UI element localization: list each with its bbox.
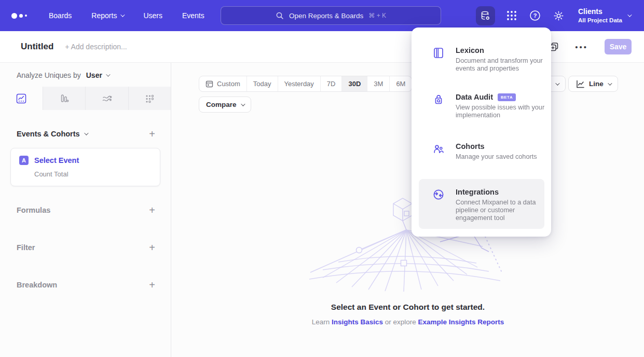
example-reports-link[interactable]: Example Insights Reports bbox=[418, 318, 504, 326]
menu-item-title: Data Audit bbox=[456, 93, 493, 101]
menu-item-cohorts[interactable]: Cohorts Manage your saved cohorts bbox=[419, 137, 544, 166]
global-search-input[interactable]: Open Reports & Boards ⌘ + K bbox=[221, 6, 441, 25]
add-breakdown-button[interactable]: + bbox=[149, 280, 155, 290]
date-range-today[interactable]: Today bbox=[247, 76, 278, 91]
database-gear-icon bbox=[480, 10, 491, 21]
book-icon bbox=[432, 47, 445, 59]
apps-grid-button[interactable] bbox=[505, 9, 518, 22]
event-card[interactable]: A Select Event Count Total bbox=[10, 148, 160, 186]
date-range-6m[interactable]: 6M bbox=[390, 76, 412, 91]
count-total-label[interactable]: Count Total bbox=[34, 170, 152, 178]
svg-text:?: ? bbox=[533, 12, 537, 19]
report-title[interactable]: Untitled bbox=[21, 42, 53, 52]
range-label: Custom bbox=[217, 80, 240, 88]
bar-chart-icon bbox=[58, 93, 70, 104]
formulas-label: Formulas bbox=[17, 206, 50, 214]
titlebar-actions: ••• Save bbox=[549, 39, 644, 54]
learn-prefix: Learn bbox=[312, 318, 332, 326]
date-range-yesterday[interactable]: Yesterday bbox=[278, 76, 321, 91]
event-badge: A bbox=[19, 156, 29, 165]
range-label: 7D bbox=[327, 80, 336, 88]
data-audit-icon bbox=[432, 93, 445, 106]
line-chart-icon bbox=[16, 93, 27, 104]
range-label: Today bbox=[253, 80, 271, 88]
range-label: 3M bbox=[374, 80, 383, 88]
chart-type-label: Line bbox=[589, 80, 604, 88]
report-description-input[interactable]: + Add description... bbox=[65, 43, 127, 51]
insights-basics-link[interactable]: Insights Basics bbox=[332, 318, 383, 326]
help-icon: ? bbox=[529, 9, 541, 22]
integrations-icon bbox=[432, 188, 445, 201]
viz-tab-bar[interactable] bbox=[43, 87, 86, 110]
nav-item-boards[interactable]: Boards bbox=[49, 11, 72, 20]
menu-item-integrations[interactable]: Integrations Connect Mixpanel to a data … bbox=[419, 179, 544, 229]
cohorts-icon bbox=[432, 143, 445, 155]
breakdown-label: Breakdown bbox=[17, 281, 57, 289]
date-range-control: Custom Today Yesterday 7D 30D 3M 6M bbox=[199, 76, 412, 92]
chevron-down-icon bbox=[241, 102, 245, 106]
scatter-icon bbox=[144, 93, 155, 104]
save-button[interactable]: Save bbox=[605, 39, 632, 54]
events-cohorts-header: Events & Cohorts + bbox=[17, 129, 155, 139]
mixpanel-logo-icon[interactable] bbox=[11, 13, 27, 19]
chevron-down-icon bbox=[121, 12, 125, 17]
add-formula-button[interactable]: + bbox=[149, 205, 155, 215]
visualization-tabs bbox=[0, 87, 171, 110]
help-button[interactable]: ? bbox=[528, 9, 542, 22]
more-options-button[interactable]: ••• bbox=[575, 43, 588, 51]
search-icon bbox=[276, 11, 284, 20]
analyze-value: User bbox=[86, 71, 102, 79]
settings-button[interactable] bbox=[552, 9, 565, 22]
select-event-label[interactable]: Select Event bbox=[34, 156, 79, 164]
chart-type-button[interactable]: Line bbox=[568, 76, 618, 92]
date-range-30d[interactable]: 30D bbox=[342, 76, 367, 91]
filter-section: Filter + bbox=[17, 242, 155, 253]
add-filter-button[interactable]: + bbox=[149, 242, 155, 253]
navbar-right: ? Clients All Project Data bbox=[476, 0, 644, 31]
breakdown-section: Breakdown + bbox=[17, 280, 155, 290]
menu-item-lexicon[interactable]: Lexicon Document and transform your even… bbox=[419, 41, 544, 78]
compare-label: Compare bbox=[206, 101, 237, 108]
viz-tab-flow[interactable] bbox=[86, 87, 129, 110]
project-selector[interactable]: Clients All Project Data bbox=[578, 7, 631, 24]
nav-label: Users bbox=[143, 11, 162, 20]
menu-item-title: Integrations bbox=[456, 188, 499, 196]
mixpanel-app: Boards Reports Users Events Open Reports… bbox=[0, 0, 644, 357]
menu-item-description: Manage your saved cohorts bbox=[456, 153, 547, 161]
report-canvas: Custom Today Yesterday 7D 30D 3M 6M Comp… bbox=[172, 63, 644, 357]
nav-item-events[interactable]: Events bbox=[182, 11, 204, 20]
nav-item-users[interactable]: Users bbox=[143, 11, 162, 20]
date-range-custom[interactable]: Custom bbox=[199, 76, 247, 91]
compare-button[interactable]: Compare bbox=[199, 97, 251, 113]
chevron-down-icon bbox=[627, 12, 632, 17]
nav-label: Boards bbox=[49, 11, 72, 20]
analyze-prefix: Analyze Uniques by bbox=[17, 71, 81, 79]
range-label: 6M bbox=[396, 80, 405, 88]
add-event-button[interactable]: + bbox=[149, 129, 155, 139]
data-management-dropdown: Lexicon Document and transform your even… bbox=[412, 28, 551, 237]
date-range-3m[interactable]: 3M bbox=[367, 76, 390, 91]
events-cohorts-toggle[interactable]: Events & Cohorts bbox=[17, 130, 87, 138]
viz-tab-insights[interactable] bbox=[0, 87, 43, 110]
data-management-button[interactable] bbox=[476, 6, 495, 25]
chevron-down-icon bbox=[106, 72, 110, 76]
menu-item-description: Document and transform your events and p… bbox=[456, 57, 547, 73]
query-sidebar: Analyze Uniques by User bbox=[0, 63, 171, 357]
range-label: Yesterday bbox=[284, 80, 314, 88]
menu-item-description: View possible issues with your implement… bbox=[456, 104, 547, 119]
nav-item-reports[interactable]: Reports bbox=[91, 11, 124, 20]
beta-badge: BETA bbox=[498, 93, 516, 101]
nav-label: Reports bbox=[91, 11, 117, 20]
empty-state-subtext: Learn Insights Basics or explore Example… bbox=[172, 318, 644, 326]
project-scope: All Project Data bbox=[578, 17, 622, 24]
analyze-value-dropdown[interactable]: User bbox=[86, 71, 109, 79]
project-name: Clients bbox=[578, 7, 622, 17]
chevron-down-icon bbox=[84, 131, 88, 135]
calendar-icon bbox=[205, 80, 213, 88]
menu-item-description: Connect Mixpanel to a data pipeline or c… bbox=[456, 199, 547, 222]
grid-icon bbox=[506, 10, 517, 21]
main-nav: Boards Reports Users Events bbox=[49, 11, 204, 20]
date-range-7d[interactable]: 7D bbox=[321, 76, 342, 91]
viz-tab-scatter[interactable] bbox=[129, 87, 171, 110]
menu-item-data-audit[interactable]: Data Audit BETA View possible issues wit… bbox=[419, 88, 544, 125]
